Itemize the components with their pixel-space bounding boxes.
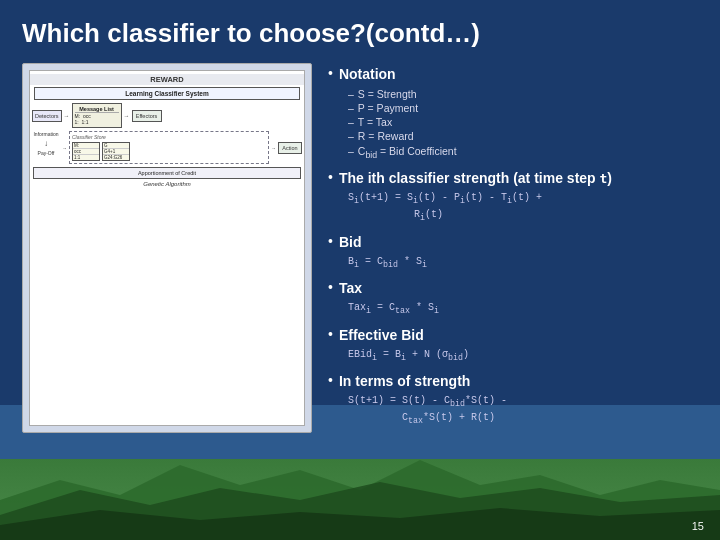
sub-r: – R = Reward [348, 129, 698, 143]
genetic-algorithm-label: Genetic Algorithm [30, 181, 304, 187]
content-area: • Notation – S = Strength – P = Payment … [328, 63, 698, 505]
diagram-inner: REWARD Learning Classifier System Detect… [29, 70, 305, 426]
bullet-in-terms: • In terms of strength S(t+1) = S(t) - C… [328, 372, 698, 427]
sub-p-text: P = Payment [358, 101, 418, 115]
message-list-box: Message List M: occ 1: 1:1 [72, 103, 122, 128]
sub-cbid-text: Cbid = Bid Coefficient [358, 144, 457, 162]
sub-s-text: S = Strength [358, 87, 417, 101]
sub-p: – P = Payment [348, 101, 698, 115]
bullet-dot-5: • [328, 326, 333, 343]
in-terms-header: In terms of strength [339, 372, 470, 391]
slide-title: Which classifier to choose?(contd…) [22, 18, 698, 49]
ith-formula: Si(t+1) = Si(t) - Pi(t) - Ti(t) + Ri(t) [348, 191, 698, 224]
slide-content: Which classifier to choose?(contd…) REWA… [0, 0, 720, 540]
bullet-effective-bid: • Effective Bid EBidi = Bi + N (σbid) [328, 326, 698, 365]
bullet-dot-1: • [328, 65, 333, 82]
page-number: 15 [692, 520, 704, 532]
main-area: REWARD Learning Classifier System Detect… [22, 63, 698, 505]
sub-t-text: T = Tax [358, 115, 392, 129]
sub-cbid: – Cbid = Bid Coefficient [348, 144, 698, 162]
notation-sublist: – S = Strength – P = Payment – T = Tax –… [348, 87, 698, 162]
lcs-label: Learning Classifier System [34, 87, 300, 100]
bid-formula: Bi = Cbid * Si [348, 255, 698, 272]
classifier-box-1: M: occ 1:1 [72, 142, 100, 161]
bullet-notation: • Notation – S = Strength – P = Payment … [328, 65, 698, 161]
sub-t: – T = Tax [348, 115, 698, 129]
effective-bid-header: Effective Bid [339, 326, 424, 345]
tax-header: Tax [339, 279, 362, 298]
apportionment-box: Apportionment of Credit [33, 167, 301, 179]
bullet-tax: • Tax Taxi = Ctax * Si [328, 279, 698, 318]
information-label: Information [33, 131, 58, 137]
tax-formula: Taxi = Ctax * Si [348, 301, 698, 318]
detectors-label: Detectors [32, 110, 62, 122]
diagram-area: REWARD Learning Classifier System Detect… [22, 63, 312, 433]
effective-bid-formula: EBidi = Bi + N (σbid) [348, 348, 698, 365]
effectors-label: Effectors [132, 110, 162, 122]
ith-header: The ith classifier strength (at time ste… [339, 169, 612, 188]
sub-r-text: R = Reward [358, 129, 414, 143]
bullet-ith-classifier: • The ith classifier strength (at time s… [328, 169, 698, 224]
notation-header: Notation [339, 65, 396, 84]
apportionment-section: Apportionment of Credit [33, 167, 301, 179]
action-label: Action [278, 142, 302, 154]
diagram-top-label: REWARD [30, 74, 304, 85]
bullet-dot-6: • [328, 372, 333, 389]
payoff-label: Pay-Off [38, 150, 55, 156]
bid-header: Bid [339, 233, 362, 252]
sub-s: – S = Strength [348, 87, 698, 101]
bullet-dot-4: • [328, 279, 333, 296]
classifier-box-2: G G4+1 G24:G26 [102, 142, 130, 161]
in-terms-formula: S(t+1) = S(t) - Cbid*S(t) - Ctax*S(t) + … [348, 394, 698, 427]
arrow-1: → [64, 113, 70, 119]
classifier-store-section: Classifier Store M: occ 1:1 G G4+1 G24:G… [69, 131, 269, 164]
arrow-2: → [124, 113, 130, 119]
bullet-dot-3: • [328, 233, 333, 250]
bullet-dot-2: • [328, 169, 333, 186]
bullet-bid: • Bid Bi = Cbid * Si [328, 233, 698, 272]
